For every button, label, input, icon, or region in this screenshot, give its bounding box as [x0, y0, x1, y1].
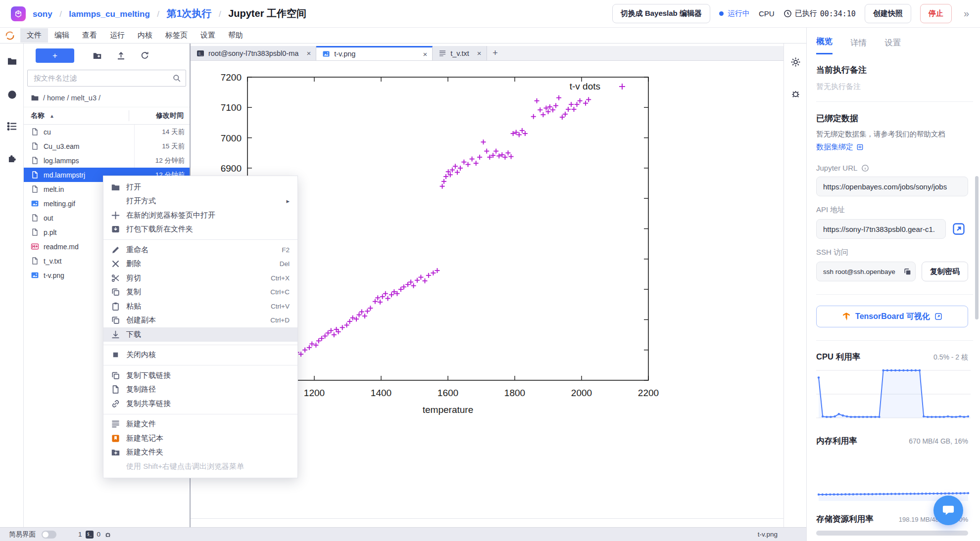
notebook-icon: [111, 434, 120, 443]
file-row-cu[interactable]: cu14 天前: [24, 125, 190, 139]
doc-file-icon: [31, 142, 39, 150]
table-of-contents-icon[interactable]: [0, 115, 24, 137]
context-menu-item-下载[interactable]: 下载: [103, 327, 297, 342]
property-inspector-gear-icon[interactable]: [784, 50, 807, 73]
menu-帮助[interactable]: 帮助: [222, 28, 249, 43]
details-tab-详情[interactable]: 详情: [850, 38, 867, 54]
context-menu-item-打包下载所在文件夹[interactable]: 打包下载所在文件夹: [103, 223, 297, 237]
context-menu-item-剪切[interactable]: 剪切Ctrl+X: [103, 271, 297, 285]
simple-ui-toggle[interactable]: [42, 531, 56, 539]
kernel-bug-icon[interactable]: [104, 531, 112, 539]
file-name: log.lammps: [44, 157, 130, 165]
column-modified[interactable]: 修改时间: [129, 110, 185, 121]
terminal-count: 1: [78, 531, 82, 538]
menu-设置[interactable]: 设置: [194, 28, 222, 43]
switch-editor-button[interactable]: 切换成 Bayeslab 编辑器: [612, 4, 710, 23]
jupyter-url-input[interactable]: https://openbayes.com/jobs/sony/jobs: [816, 177, 968, 196]
top-bar: sony / lammps_cu_melting / 第1次执行 / Jupyt…: [0, 0, 980, 28]
close-tab-icon[interactable]: ×: [306, 49, 311, 57]
context-menu-item-复制共享链接[interactable]: 复制共享链接: [103, 397, 297, 411]
openbayes-jupyter-window: sony / lammps_cu_melting / 第1次执行 / Jupyt…: [0, 0, 980, 541]
info-icon[interactable]: [861, 164, 869, 172]
stop-button[interactable]: 停止: [920, 4, 952, 23]
copy-password-button[interactable]: 复制密码: [922, 262, 968, 281]
api-url-input[interactable]: https://sony-l7tn383psbl0.gear-c1.: [816, 219, 946, 239]
running-sessions-icon[interactable]: [0, 83, 24, 106]
file-row-Cu_u3.eam[interactable]: Cu_u3.eam15 天前: [24, 139, 190, 153]
tab-t_v.txt[interactable]: t_v.txt×: [433, 46, 487, 60]
storage-usage-title: 存储资源利用率: [816, 514, 874, 525]
tensorboard-button[interactable]: TensorBoard 可视化: [816, 306, 968, 327]
open-api-external-icon[interactable]: [952, 222, 966, 236]
tab-t-v.png[interactable]: t-v.png×: [316, 46, 433, 60]
ssh-command-input[interactable]: ssh root@ssh.openbaye: [816, 262, 916, 281]
context-menu-item-打开[interactable]: 打开: [103, 180, 297, 194]
new-launcher-button[interactable]: +: [36, 48, 74, 63]
create-snapshot-button[interactable]: 创建快照: [865, 4, 911, 23]
menu-文件[interactable]: 文件: [20, 28, 48, 43]
context-menu-item-新建文件夹[interactable]: 新建文件夹: [103, 446, 297, 460]
chat-button[interactable]: [933, 496, 963, 525]
details-tab-概览[interactable]: 概览: [816, 36, 833, 54]
context-menu-item-复制路径[interactable]: 复制路径: [103, 383, 297, 397]
context-menu-item-在新的浏览器标签页中打开[interactable]: 在新的浏览器标签页中打开: [103, 208, 297, 223]
panel-scrollbar[interactable]: [975, 176, 979, 319]
debugger-bug-icon[interactable]: [784, 82, 807, 105]
context-menu-item-复制[interactable]: 复制Ctrl+C: [103, 285, 297, 300]
filter-files-input[interactable]: [27, 70, 186, 87]
breadcrumb-run[interactable]: 第1次执行: [166, 8, 211, 19]
new-tab-button[interactable]: +: [487, 46, 504, 60]
context-menu-item-删除[interactable]: 删除Del: [103, 257, 297, 271]
api-address-label: API 地址: [816, 205, 968, 215]
file-modified-time: 12 分钟前: [130, 156, 185, 165]
copy-ssh-icon[interactable]: [903, 268, 912, 276]
section-divider: [816, 101, 973, 102]
file-modified-time: 14 天前: [130, 128, 185, 136]
menu-item-label: 关闭内核: [126, 350, 290, 360]
menu-标签页[interactable]: 标签页: [159, 28, 194, 43]
breadcrumb-user[interactable]: sony: [33, 9, 52, 19]
menu-查看[interactable]: 查看: [76, 28, 103, 43]
context-menu-item-新建笔记本[interactable]: 新建笔记本: [103, 431, 297, 446]
menu-divider: [103, 365, 297, 365]
context-menu-item-打开方式[interactable]: 打开方式▸: [103, 194, 297, 209]
blank-icon: [111, 196, 120, 206]
status-bar: 简易界面 1 $_ 0 t-v.png: [0, 527, 806, 541]
running-dot-icon: [719, 11, 724, 16]
context-menu-item-重命名[interactable]: 重命名F2: [103, 243, 297, 257]
file-row-log.lammps[interactable]: log.lammps12 分钟前: [24, 153, 190, 168]
refresh-icon[interactable]: [133, 49, 156, 63]
tab-root@sony-l7tn383psbl0-ma[interactable]: $_root@sony-l7tn383psbl0-ma×: [191, 46, 316, 60]
terminal-badge-icon[interactable]: $_: [86, 531, 94, 539]
upload-icon[interactable]: [109, 49, 133, 63]
menu-编辑[interactable]: 编辑: [48, 28, 76, 43]
column-name[interactable]: 名称 ▲: [31, 111, 129, 120]
lines-icon: [111, 419, 120, 429]
cpu-usage-value: 0.5% - 2 核: [933, 353, 968, 362]
svg-text:1600: 1600: [438, 388, 458, 398]
menu-item-label: 复制: [126, 287, 261, 297]
context-menu-item-关闭内核[interactable]: 关闭内核: [103, 348, 297, 362]
dataset-binding-link[interactable]: 数据集绑定: [816, 142, 968, 152]
menu-divider: [103, 414, 297, 414]
details-tab-设置[interactable]: 设置: [884, 38, 901, 54]
extensions-icon[interactable]: [0, 146, 24, 169]
new-folder-icon[interactable]: [85, 49, 109, 63]
openbayes-logo-icon[interactable]: [11, 6, 26, 21]
menu-item-label: 打开: [126, 182, 290, 192]
file-breadcrumb[interactable]: / home / melt_u3 /: [24, 87, 190, 107]
elapsed-time: 已执行 00:34:10: [784, 9, 856, 18]
context-menu-item-新建文件[interactable]: 新建文件: [103, 417, 297, 432]
menu-运行[interactable]: 运行: [103, 28, 131, 43]
breadcrumb-project[interactable]: lammps_cu_melting: [69, 9, 149, 19]
file-browser-icon[interactable]: [0, 49, 24, 72]
close-tab-icon[interactable]: ×: [423, 50, 427, 58]
context-menu-item-粘贴[interactable]: 粘贴Ctrl+V: [103, 299, 297, 314]
context-menu-item-创建副本[interactable]: 创建副本Ctrl+D: [103, 314, 297, 328]
image-file-icon: [31, 271, 39, 279]
close-tab-icon[interactable]: ×: [477, 49, 482, 57]
simple-ui-label: 简易界面: [9, 530, 36, 539]
context-menu-item-复制下载链接[interactable]: 复制下载链接: [103, 368, 297, 383]
collapse-panel-icon[interactable]: »: [964, 8, 969, 19]
menu-内核[interactable]: 内核: [131, 28, 159, 43]
